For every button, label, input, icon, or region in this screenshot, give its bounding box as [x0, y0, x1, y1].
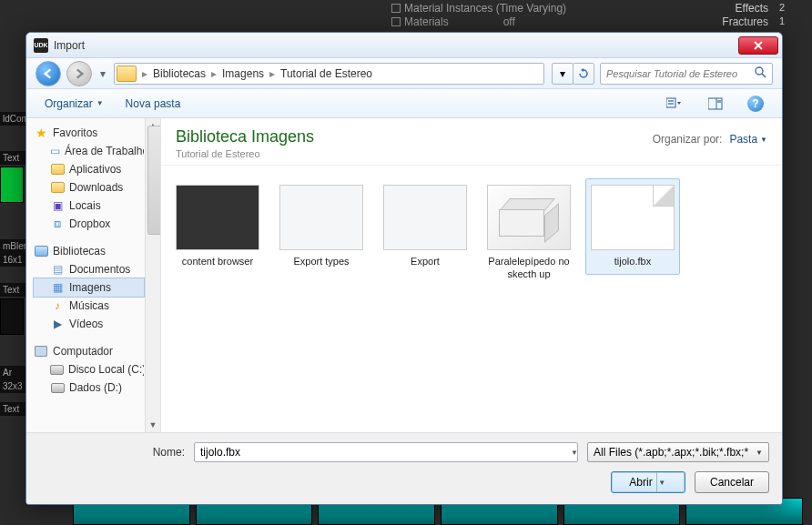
- videos-icon: ▶: [50, 317, 65, 331]
- filename-input[interactable]: [194, 442, 578, 462]
- import-dialog: UDK Import ▾ ▸ Bibliotecas ▸ Imagens ▸ T…: [25, 32, 783, 505]
- computer-group[interactable]: Computador: [34, 342, 144, 360]
- preview-pane-button[interactable]: [705, 94, 726, 114]
- toolbar: Organizar▼ Nova pasta ?: [26, 89, 782, 118]
- sidebar-item-images[interactable]: ▦Imagens: [34, 278, 144, 297]
- bg-label: Ar: [0, 366, 25, 379]
- star-icon: ★: [34, 126, 48, 140]
- breadcrumb-item[interactable]: Imagens: [220, 67, 266, 80]
- favorites-group[interactable]: ★Favoritos: [34, 124, 144, 142]
- library-subtitle: Tutorial de Estereo: [176, 148, 314, 159]
- breadcrumb-item[interactable]: Tutorial de Estereo: [279, 67, 374, 80]
- chevron-right-icon[interactable]: ▸: [269, 67, 275, 80]
- sidebar-item-downloads[interactable]: Downloads: [34, 178, 144, 197]
- arrange-dropdown[interactable]: Pasta ▼: [729, 133, 767, 146]
- chevron-right-icon[interactable]: ▸: [211, 67, 217, 80]
- file-name: content browser: [173, 256, 262, 268]
- file-pane: Biblioteca Imagens Tutorial de Estereo O…: [161, 118, 782, 432]
- close-button[interactable]: [738, 36, 778, 55]
- open-label: Abrir: [629, 476, 652, 489]
- close-icon: [754, 41, 763, 50]
- search-box[interactable]: [600, 63, 773, 85]
- sidebar-item-drive-c[interactable]: Disco Local (C:): [34, 360, 144, 379]
- nav-history-dropdown[interactable]: ▾: [97, 67, 108, 80]
- svg-rect-3: [668, 100, 674, 102]
- folder-icon: [117, 66, 137, 82]
- bg-item: Effects: [736, 2, 768, 15]
- open-button[interactable]: Abrir ▼: [611, 471, 685, 493]
- cancel-button[interactable]: Cancelar: [695, 471, 769, 493]
- pictures-icon: ▦: [50, 280, 65, 295]
- thumbnail: [176, 185, 259, 250]
- organize-label: Organizar: [45, 97, 93, 110]
- thumbnail: [487, 185, 571, 250]
- app-icon: UDK: [34, 38, 48, 53]
- new-folder-label: Nova pasta: [126, 97, 181, 110]
- music-icon: ♪: [50, 298, 65, 313]
- sidebar-item-documents[interactable]: ▤Documentos: [34, 260, 144, 278]
- file-item[interactable]: tijolo.fbx: [585, 178, 680, 275]
- sidebar-item-locals[interactable]: ▣Locais: [34, 197, 144, 215]
- bottom-panel: Nome: ▼ All Files (*.apb;*.apx;*.bik;*.f…: [26, 432, 782, 504]
- search-icon[interactable]: [755, 66, 766, 81]
- sidebar-item-dropbox[interactable]: ⧈Dropbox: [34, 215, 144, 233]
- libraries-group[interactable]: Bibliotecas: [34, 242, 144, 260]
- bg-count: 1: [779, 15, 785, 26]
- scroll-down-icon[interactable]: ▼: [146, 418, 160, 432]
- organize-button[interactable]: Organizar▼: [45, 97, 104, 110]
- bg-item: Fractures: [722, 15, 768, 28]
- bg-item: Materialsoff: [391, 15, 515, 28]
- filetype-dropdown[interactable]: All Files (*.apb;*.apx;*.bik;*.fbx;* ▼: [587, 442, 769, 462]
- bg-count: 2: [779, 2, 785, 13]
- drive-icon: [50, 365, 64, 375]
- address-dropdown-button[interactable]: ▾: [552, 63, 573, 85]
- bg-label: 16x1: [0, 253, 25, 267]
- chevron-right-icon[interactable]: ▸: [142, 67, 147, 80]
- bg-label: Text: [0, 283, 25, 297]
- favorites-label: Favoritos: [53, 126, 97, 139]
- computer-label: Computador: [53, 345, 113, 358]
- nav-back-button[interactable]: [36, 61, 61, 86]
- filename-label: Nome:: [39, 446, 185, 459]
- file-list[interactable]: content browser Export types Export Para…: [161, 166, 782, 432]
- search-input[interactable]: [606, 68, 751, 79]
- refresh-button[interactable]: [573, 63, 594, 85]
- folder-icon: [51, 182, 65, 193]
- bg-thumb: [0, 298, 24, 335]
- file-name: Export types: [277, 256, 366, 268]
- thumbnail: [591, 185, 675, 250]
- view-options-button[interactable]: [664, 94, 684, 114]
- breadcrumb-item[interactable]: Bibliotecas: [151, 67, 208, 80]
- sidebar-scrollbar[interactable]: ▲ ▼: [145, 118, 160, 432]
- help-button[interactable]: ?: [747, 96, 764, 112]
- bg-item: Material Instances (Time Varying): [391, 2, 566, 15]
- sidebar-item-apps[interactable]: Aplicativos: [34, 160, 144, 178]
- file-item[interactable]: Export types: [274, 178, 369, 275]
- file-item[interactable]: Export: [378, 178, 472, 275]
- sidebar-item-desktop[interactable]: ▭Área de Trabalho: [34, 142, 144, 160]
- bg-label: ldCom: [0, 112, 25, 126]
- file-name: Export: [381, 256, 470, 268]
- places-icon: ▣: [50, 198, 65, 213]
- new-folder-button[interactable]: Nova pasta: [126, 97, 181, 110]
- filetype-label: All Files (*.apb;*.apx;*.bik;*.fbx;*: [594, 446, 748, 459]
- bg-label: 32x3: [0, 379, 25, 393]
- file-item[interactable]: Paralelepípedo no skecth up: [482, 178, 576, 288]
- open-split-dropdown[interactable]: ▼: [656, 472, 667, 492]
- titlebar[interactable]: UDK Import: [26, 33, 782, 58]
- bg-label: mBler: [0, 239, 25, 253]
- file-item[interactable]: content browser: [170, 178, 265, 275]
- address-bar[interactable]: ▸ Bibliotecas ▸ Imagens ▸ Tutorial de Es…: [114, 63, 544, 85]
- file-name: tijolo.fbx: [588, 256, 677, 268]
- dropbox-icon: ⧈: [50, 217, 65, 231]
- documents-icon: ▤: [50, 262, 65, 277]
- computer-icon: [35, 346, 47, 357]
- bg-thumb: [0, 167, 24, 203]
- scroll-thumb[interactable]: [147, 126, 161, 235]
- library-icon: [35, 246, 48, 257]
- view-icon: [666, 97, 681, 110]
- sidebar-item-videos[interactable]: ▶Vídeos: [34, 315, 144, 333]
- nav-forward-button[interactable]: [66, 61, 92, 86]
- sidebar-item-music[interactable]: ♪Músicas: [34, 297, 144, 315]
- sidebar-item-drive-d[interactable]: Dados (D:): [34, 379, 144, 397]
